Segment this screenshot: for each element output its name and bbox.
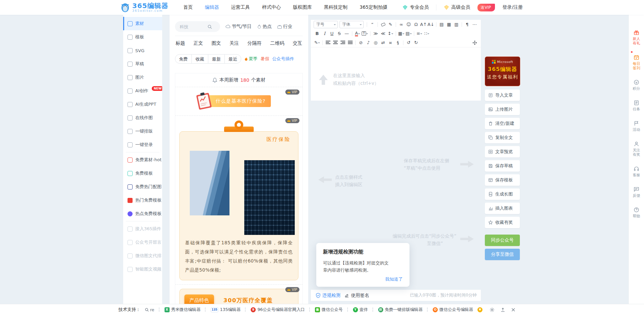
format-painter-button[interactable]: ✎ xyxy=(387,21,394,28)
premium-member-link[interactable]: 高级会员 xyxy=(444,4,470,10)
type-tab-divider[interactable]: 分隔符 xyxy=(247,40,261,46)
insert-image-button[interactable]: ▤ xyxy=(438,21,445,28)
filter-recent[interactable]: 最近 xyxy=(224,55,241,63)
special-char-button[interactable]: Ω xyxy=(413,21,420,28)
insert-chart-button[interactable]: 插入图表 xyxy=(485,203,520,214)
bookmark-96editor[interactable]: 996公众号编辑器官网入口 xyxy=(251,307,305,313)
pen-tool-button[interactable]: ✎ xyxy=(314,39,321,46)
material-search-input[interactable] xyxy=(180,24,207,29)
type-tab-interact[interactable]: 交互 xyxy=(293,40,302,46)
clear-format-button[interactable]: ⊘ xyxy=(357,39,364,46)
generate-long-image-button[interactable]: 生成长图 xyxy=(485,188,520,200)
image-style-button[interactable]: ▤ xyxy=(405,30,412,37)
layout-grid-button[interactable]: ▦ xyxy=(398,30,405,37)
type-tab-body[interactable]: 正文 xyxy=(193,40,203,46)
favorite-reward-button[interactable]: 收藏有奖 xyxy=(485,217,520,228)
outdent-button[interactable]: ≪ xyxy=(380,30,387,37)
horizontal-rule-button[interactable]: — xyxy=(343,30,350,37)
align-center-button[interactable] xyxy=(332,39,339,46)
filter-favorite[interactable]: 收藏 xyxy=(191,55,208,63)
tag-wechat-plugin[interactable]: 公众号插件 xyxy=(272,56,294,62)
more-tools-button[interactable]: ⋯ xyxy=(471,21,478,28)
rail-tasks[interactable]: 任务 xyxy=(633,100,640,111)
material-search-box[interactable] xyxy=(175,21,220,32)
italic-button[interactable]: I xyxy=(321,30,328,37)
line-height-button[interactable]: ↕ xyxy=(387,30,394,37)
sidebar-item-ai-ppt[interactable]: AI生成PPT xyxy=(123,98,162,111)
font-size-select[interactable]: 字号 xyxy=(314,21,338,28)
font-family-select[interactable]: 字体 xyxy=(339,21,364,28)
drag-move-button[interactable] xyxy=(471,39,478,46)
text-background-button[interactable]: T xyxy=(361,30,368,37)
rail-newbie-gift[interactable]: 新人有礼 xyxy=(633,30,640,45)
upload-image-button[interactable]: 上传图片 xyxy=(485,104,520,115)
sidebar-item-365-plugin[interactable]: 接入365插件 xyxy=(123,222,162,236)
bookmark-xiumi[interactable]: X秀米微信编辑器 xyxy=(165,307,201,313)
sidebar-item-one-click-login[interactable]: 一键登录 xyxy=(123,138,162,151)
material-card-insurance-question[interactable]: VIP 什么是基本医疗保险? xyxy=(175,87,302,115)
sidebar-item-template[interactable]: 模板 xyxy=(123,30,162,44)
sidebar-item-svg[interactable]: SVG xyxy=(123,44,162,57)
type-tab-follow[interactable]: 关注 xyxy=(229,40,239,46)
undo-button[interactable]: ↺ xyxy=(405,39,412,46)
upload-share-button[interactable] xyxy=(500,307,505,312)
filter-newest[interactable]: 最新 xyxy=(208,55,224,63)
align-justify-button[interactable] xyxy=(347,39,354,46)
login-register-link[interactable]: 登录/注册 xyxy=(502,4,523,10)
unordered-list-button[interactable]: ≡ xyxy=(416,30,423,37)
sidebar-item-hot-free-template[interactable]: 热门免费模板 xyxy=(123,194,162,207)
sidebar-item-ai-create[interactable]: AI创作NEW xyxy=(123,84,162,98)
bookmark-135editor[interactable]: 135135编辑器 xyxy=(211,307,241,313)
blockquote-button[interactable]: “ xyxy=(369,21,376,28)
tab-hotspot[interactable]: 热点 xyxy=(257,24,272,30)
sidebar-item-one-click-layout[interactable]: 一键排版 xyxy=(123,125,162,138)
violation-check-button[interactable]: 违规检测 xyxy=(316,292,341,299)
rail-daily-checkin[interactable]: 每日签到 xyxy=(633,55,640,70)
insert-columns-button[interactable]: ▥ xyxy=(453,21,460,28)
nav-item-custom[interactable]: 黑科技定制 xyxy=(324,4,348,10)
tab-festival[interactable]: 节气/节日 xyxy=(225,24,252,30)
sidebar-item-smart-video[interactable]: 智能图文视频 xyxy=(123,262,162,276)
microsoft-promo-banner[interactable]: Microsoft 365编辑器 送您专属福利 xyxy=(485,57,520,86)
material-card-product-features[interactable]: VIP 产品特色 300万医疗全覆盖 xyxy=(175,285,302,304)
nav-item-home[interactable]: 首页 xyxy=(183,4,193,10)
bookmark-wechat-official[interactable]: 微微信公众号 xyxy=(315,307,343,313)
popup-confirm-link[interactable]: 我知道了 xyxy=(323,276,403,282)
underline-button[interactable]: U xyxy=(328,30,335,37)
align-left-button[interactable] xyxy=(324,39,331,46)
material-card-medical-insurance[interactable]: VIP 医疗保险 基础保障覆盖了185类重轻中疾病保障，保障全面，可选保障可以满… xyxy=(175,116,302,284)
save-template-button[interactable]: 保存模板 xyxy=(485,174,520,186)
sync-wechat-button[interactable]: 同步公众号 xyxy=(485,235,520,246)
rail-follow-reward[interactable]: 关注有奖 xyxy=(633,141,640,157)
tab-industry[interactable]: 行业 xyxy=(277,24,292,30)
clear-new-button[interactable]: 清空/新建 xyxy=(485,118,520,129)
align-right-button[interactable] xyxy=(339,39,346,46)
font-color-button[interactable]: A xyxy=(354,30,361,37)
nav-item-style-center[interactable]: 样式中心 xyxy=(262,4,281,10)
nav-item-image-library[interactable]: 版权图库 xyxy=(293,4,312,10)
link-button[interactable]: ∞ xyxy=(398,21,405,28)
type-tab-title[interactable]: 标题 xyxy=(176,40,185,46)
type-tab-qrcode[interactable]: 二维码 xyxy=(270,40,284,46)
rail-help[interactable]: 帮助 xyxy=(633,207,640,218)
rail-events[interactable]: 活动 xyxy=(633,120,640,132)
superscript-button[interactable]: A↑ xyxy=(420,21,427,28)
sidebar-item-wechat-layout[interactable]: 微信图文代排 xyxy=(123,249,162,262)
free-vip-badge[interactable]: 送VIP xyxy=(477,4,495,11)
sidebar-item-comment[interactable]: 公众号开留言 xyxy=(123,236,162,249)
taskbar-search[interactable]: re xyxy=(145,307,154,312)
tag-summer[interactable]: 夏季 xyxy=(244,56,257,62)
rail-feedback[interactable]: 反馈 xyxy=(633,186,640,198)
bold-button[interactable]: B xyxy=(314,30,321,37)
nav-item-tools[interactable]: 运营工具 xyxy=(231,4,250,10)
settings-gear-button[interactable] xyxy=(490,307,495,312)
sidebar-item-image[interactable]: 图片 xyxy=(123,71,162,84)
nav-item-editor[interactable]: 编辑器 xyxy=(205,4,219,10)
redo-button[interactable]: ↻ xyxy=(413,39,420,46)
nav-item-photo[interactable]: 365定制拍摄 xyxy=(360,4,388,10)
signature-button[interactable]: 使用签名 xyxy=(345,292,369,299)
sidebar-item-free-hot-images[interactable]: 免费热门配图 xyxy=(123,180,162,194)
emoji-button[interactable]: ☺ xyxy=(405,21,412,28)
ordered-list-button[interactable]: ∷ xyxy=(423,30,430,37)
insert-audio-button[interactable]: ♪ xyxy=(365,39,372,46)
